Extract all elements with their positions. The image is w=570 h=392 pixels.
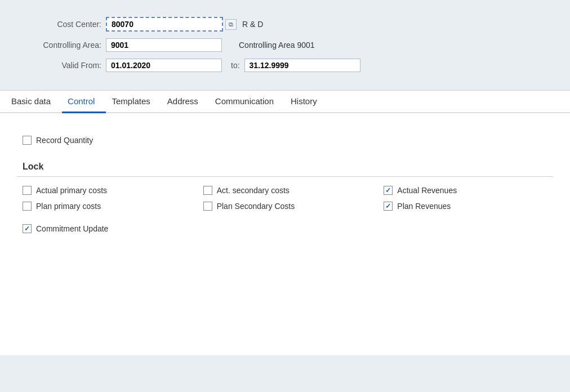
tab-basic-data[interactable]: Basic data bbox=[6, 91, 62, 113]
valid-from-label: Valid From: bbox=[23, 61, 101, 70]
tab-control[interactable]: Control bbox=[62, 91, 106, 113]
commitment-update-row: Commitment Update bbox=[17, 224, 553, 233]
controlling-area-description: Controlling Area 9001 bbox=[239, 41, 315, 50]
record-quantity-label: Record Quantity bbox=[36, 136, 93, 145]
controlling-area-input[interactable] bbox=[106, 38, 222, 52]
cost-center-description: R & D bbox=[242, 20, 263, 29]
controlling-area-label: Controlling Area: bbox=[23, 41, 101, 50]
lock-item-plan-primary-costs: Plan primary costs bbox=[23, 202, 192, 211]
lock-section: Lock Actual primary costs Act. secondary… bbox=[17, 162, 553, 211]
lock-item-act-secondary-costs: Act. secondary costs bbox=[203, 186, 373, 195]
plan-primary-costs-label: Plan primary costs bbox=[36, 202, 101, 211]
lock-item-plan-revenues: Plan Revenues bbox=[384, 202, 553, 211]
actual-revenues-label: Actual Revenues bbox=[397, 186, 457, 195]
act-secondary-costs-checkbox[interactable] bbox=[203, 186, 212, 195]
tab-templates[interactable]: Templates bbox=[106, 91, 161, 113]
main-container: Cost Center: ⧉ R & D Controlling Area: C… bbox=[0, 0, 570, 392]
actual-primary-costs-checkbox[interactable] bbox=[23, 186, 32, 195]
plan-secondary-costs-label: Plan Secondary Costs bbox=[217, 202, 295, 211]
plan-revenues-checkbox[interactable] bbox=[384, 202, 393, 211]
cost-center-input[interactable] bbox=[106, 17, 223, 32]
plan-revenues-label: Plan Revenues bbox=[397, 202, 451, 211]
tab-address[interactable]: Address bbox=[162, 91, 210, 113]
record-quantity-checkbox[interactable] bbox=[23, 136, 32, 145]
valid-to-input[interactable] bbox=[244, 59, 360, 72]
cost-center-label: Cost Center: bbox=[23, 20, 101, 29]
record-quantity-row: Record Quantity bbox=[17, 136, 553, 145]
plan-secondary-costs-checkbox[interactable] bbox=[203, 202, 212, 211]
tab-history[interactable]: History bbox=[285, 91, 328, 113]
copy-icon-button[interactable]: ⧉ bbox=[225, 19, 237, 30]
tabs-container: Basic data Control Templates Address Com… bbox=[0, 90, 570, 113]
controlling-area-row: Controlling Area: Controlling Area 9001 bbox=[23, 38, 547, 52]
tab-communication[interactable]: Communication bbox=[210, 91, 285, 113]
cost-center-row: Cost Center: ⧉ R & D bbox=[23, 17, 547, 32]
valid-from-input[interactable] bbox=[106, 59, 222, 72]
valid-to-label: to: bbox=[231, 61, 240, 70]
lock-grid: Actual primary costs Act. secondary cost… bbox=[17, 186, 553, 211]
record-quantity-checkbox-wrapper[interactable]: Record Quantity bbox=[23, 136, 93, 145]
lock-title: Lock bbox=[17, 162, 553, 172]
content-area: Record Quantity Lock Actual primary cost… bbox=[0, 113, 570, 355]
valid-from-row: Valid From: to: bbox=[23, 59, 547, 72]
actual-revenues-checkbox[interactable] bbox=[384, 186, 393, 195]
plan-primary-costs-checkbox[interactable] bbox=[23, 202, 32, 211]
act-secondary-costs-label: Act. secondary costs bbox=[217, 186, 290, 195]
lock-item-actual-primary-costs: Actual primary costs bbox=[23, 186, 192, 195]
header-section: Cost Center: ⧉ R & D Controlling Area: C… bbox=[0, 11, 570, 90]
commitment-update-label: Commitment Update bbox=[36, 224, 108, 233]
commitment-update-checkbox[interactable] bbox=[23, 224, 32, 233]
actual-primary-costs-label: Actual primary costs bbox=[36, 186, 107, 195]
lock-item-actual-revenues: Actual Revenues bbox=[384, 186, 553, 195]
lock-divider bbox=[17, 176, 553, 177]
lock-item-plan-secondary-costs: Plan Secondary Costs bbox=[203, 202, 373, 211]
